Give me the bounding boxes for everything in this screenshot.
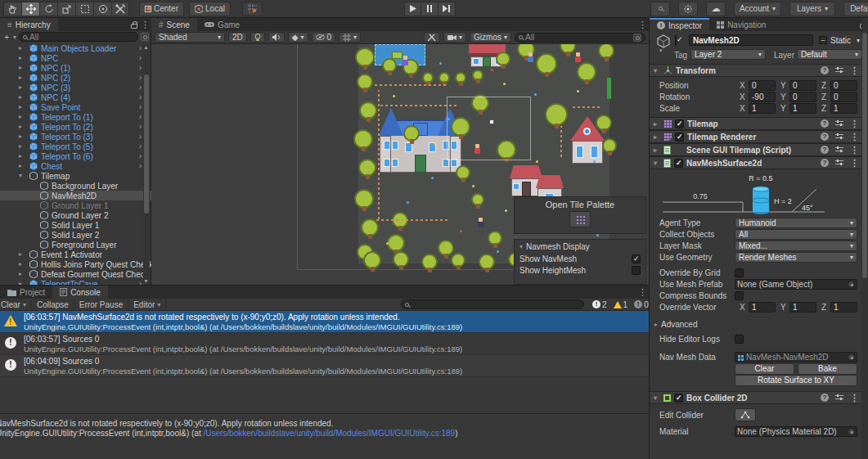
help-icon[interactable]: ? <box>821 66 829 74</box>
hierarchy-item[interactable]: Teleport To (3) <box>0 132 151 142</box>
hierarchy-item[interactable]: Tilemap <box>0 171 151 181</box>
z-field[interactable]: 1 <box>830 103 857 114</box>
tilemap-enabled-checkbox[interactable] <box>675 119 684 128</box>
cloud-button[interactable]: ☁ <box>706 2 726 16</box>
navmeshsurface2d-component-header[interactable]: ▾ NavMeshSurface2d ?⋮ <box>650 156 862 169</box>
grid-snapping-button[interactable] <box>242 2 263 16</box>
clear-button[interactable]: Clear ▾ <box>0 299 32 311</box>
tab-project[interactable]: Project <box>0 286 52 299</box>
navmeshsurface-enabled-checkbox[interactable] <box>674 159 683 168</box>
help-icon[interactable]: ? <box>821 159 829 167</box>
fold-arrow-icon[interactable] <box>19 152 27 160</box>
fold-arrow-icon[interactable] <box>19 44 27 52</box>
transform-component-header[interactable]: ▾ Transform ?⋮ <box>650 64 862 77</box>
tag-dropdown[interactable]: Layer 2 <box>690 49 766 60</box>
hierarchy-item[interactable]: Foreground Layer <box>0 240 151 250</box>
preset-icon[interactable] <box>835 120 843 127</box>
detail-stack-link[interactable]: /Users/bokken/buildslave/unity/build/Mod… <box>203 429 455 438</box>
play-button[interactable] <box>404 2 421 16</box>
error-count-toggle[interactable]: !0 <box>634 300 649 309</box>
preset-icon[interactable] <box>835 160 843 166</box>
warning-count-toggle[interactable]: 1 <box>614 300 628 309</box>
y-field[interactable]: 0 <box>789 92 816 102</box>
create-button[interactable]: ＋ <box>2 31 11 43</box>
hierarchy-item[interactable]: Teleport To (6) <box>0 151 151 161</box>
transform-tool-button[interactable] <box>93 2 111 16</box>
fold-arrow-icon[interactable] <box>19 113 27 120</box>
scrollbar-thumb[interactable] <box>144 74 149 214</box>
hierarchy-item[interactable]: Defeat Gourmet Quest Check <box>0 269 151 279</box>
hierarchy-item[interactable]: TeleportToCave <box>0 279 151 285</box>
shading-mode-dropdown[interactable]: Shaded <box>155 32 225 43</box>
inspector-scrollbar[interactable] <box>861 18 868 459</box>
fold-arrow-icon[interactable]: ▾ <box>654 394 660 402</box>
show-navmesh-checkbox[interactable] <box>632 254 641 263</box>
help-icon[interactable]: ? <box>821 394 829 402</box>
static-dropdown-icon[interactable]: ▾ <box>857 37 860 44</box>
fold-arrow-icon[interactable] <box>19 250 27 258</box>
y-field[interactable]: 1 <box>789 103 816 114</box>
hand-tool-button[interactable] <box>3 2 21 16</box>
fold-arrow-icon[interactable] <box>19 54 27 61</box>
clear-navmesh-button[interactable]: Clear <box>735 363 794 375</box>
log-count-toggle[interactable]: !2 <box>592 300 607 309</box>
setting-dropdown[interactable]: Render Meshes <box>735 252 857 263</box>
orientation-mode-button[interactable]: Local <box>189 2 231 16</box>
tab-hierarchy[interactable]: ≡ Hierarchy <box>0 18 58 31</box>
tab-game[interactable]: Game <box>197 18 247 31</box>
x-field[interactable]: 0 <box>749 80 776 91</box>
fold-arrow-icon[interactable]: ▸ <box>654 146 660 154</box>
effects-dropdown[interactable]: ◆ <box>288 32 308 43</box>
fold-arrow-icon[interactable] <box>19 64 27 71</box>
hierarchy-item[interactable]: Teleport To (5) <box>0 142 151 151</box>
z-field[interactable]: 0 <box>830 80 857 91</box>
setting-dropdown[interactable]: Mixed... <box>735 241 857 251</box>
x-field[interactable]: 1 <box>749 103 776 114</box>
hierarchy-item[interactable]: NavMesh2D <box>0 191 151 200</box>
tab-navigation[interactable]: Navigation <box>709 18 773 31</box>
hierarchy-item[interactable]: Save Point <box>0 102 151 112</box>
lighting-toggle-button[interactable] <box>250 32 265 43</box>
scene-menu-icon[interactable]: ⋮ <box>638 20 646 30</box>
show-heightmesh-checkbox[interactable] <box>632 266 641 275</box>
scale-tool-button[interactable] <box>57 2 75 16</box>
x-field[interactable]: 1 <box>749 302 776 313</box>
rotate-surface-button[interactable]: Rotate Surface to XY <box>735 375 857 386</box>
lock-icon[interactable] <box>131 24 137 29</box>
hierarchy-item[interactable]: NPC (3) <box>0 83 151 92</box>
fold-arrow-icon[interactable]: ▸ <box>654 120 660 128</box>
compress-bounds-checkbox[interactable] <box>735 291 744 300</box>
unity-services-button[interactable] <box>678 2 698 16</box>
fold-arrow-icon[interactable] <box>19 142 27 150</box>
z-field[interactable]: 0 <box>830 92 857 102</box>
help-icon[interactable]: ? <box>821 146 829 154</box>
move-gizmo-handle[interactable] <box>489 119 494 124</box>
object-picker-icon[interactable] <box>848 353 855 361</box>
tilemap-renderer-component-header[interactable]: ▸ Tilemap Renderer ?⋮ <box>650 130 862 143</box>
console-entry[interactable]: ! [06:03:57] Sources 0 UnityEngine.GUIUt… <box>0 333 649 355</box>
hierarchy-item[interactable]: Background Layer <box>0 181 151 191</box>
hierarchy-item[interactable]: Ground Layer 2 <box>0 210 151 220</box>
layout-dropdown[interactable]: Default <box>843 2 868 16</box>
hierarchy-scrollbar[interactable] <box>143 43 150 284</box>
move-tool-button[interactable] <box>21 2 39 16</box>
fold-arrow-icon[interactable] <box>19 133 27 140</box>
hierarchy-search-input[interactable]: All <box>19 32 138 42</box>
hierarchy-item[interactable]: NPC (4) <box>0 92 151 102</box>
tilemap-renderer-enabled-checkbox[interactable] <box>675 133 684 142</box>
hierarchy-item[interactable]: Teleport To (2) <box>0 122 151 132</box>
box-collider-enabled-checkbox[interactable] <box>674 394 683 403</box>
grid-visibility-dropdown[interactable] <box>339 32 361 43</box>
component-menu-icon[interactable]: ⋮ <box>850 145 858 155</box>
search-picker-icon[interactable] <box>141 33 149 41</box>
gizmos-dropdown[interactable]: Gizmos <box>470 32 511 43</box>
pivot-mode-button[interactable]: Center <box>139 2 184 16</box>
component-menu-icon[interactable]: ⋮ <box>850 65 858 76</box>
help-icon[interactable]: ? <box>821 133 829 141</box>
hierarchy-item[interactable]: Main Objects Loader <box>0 43 151 53</box>
box-collider-component-header[interactable]: ▾ Box Collider 2D ?⋮ <box>650 391 862 404</box>
tab-inspector[interactable]: i Inspector <box>650 18 709 31</box>
rect-tool-button[interactable] <box>75 2 93 16</box>
fold-arrow-icon[interactable] <box>19 74 27 81</box>
preset-icon[interactable] <box>835 146 843 153</box>
